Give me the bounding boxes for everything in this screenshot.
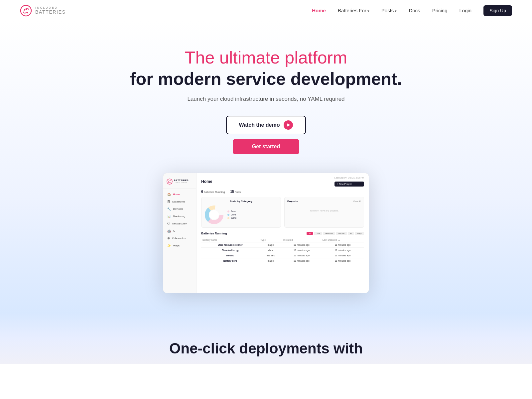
mini-main-content: Home Last Deploy: Oct 21, 5:35PM + New P…: [197, 173, 369, 293]
mini-nav-magic[interactable]: ✨Magic: [163, 242, 196, 249]
logo[interactable]: INCLUDED BATTERIES: [20, 5, 66, 17]
mini-logo-text: BATTERIESINCLUDED: [174, 179, 189, 184]
hero-section: The ultimate platform for modern service…: [0, 21, 532, 313]
row-installed: 11 minutes ago: [282, 258, 321, 263]
play-icon: [284, 120, 293, 130]
svg-point-1: [167, 179, 172, 184]
nav-item-home[interactable]: Home: [312, 8, 326, 14]
mini-th-updated: Last Updated ▲: [321, 238, 364, 242]
nav-item-batteries[interactable]: Batteries For: [338, 8, 369, 14]
mini-th-installed: Installed: [282, 238, 321, 242]
nav-item-login[interactable]: Login: [459, 8, 471, 14]
mini-last-deploy: Last Deploy: Oct 21, 5:35PM: [334, 177, 364, 179]
mini-projects-header: Projects View All: [287, 200, 361, 203]
mini-th-name: Battery name: [201, 238, 259, 242]
logo-icon: [20, 5, 32, 17]
mini-filter-ai[interactable]: AI: [348, 232, 354, 235]
row-installed: 11 minutes ago: [282, 253, 321, 258]
mini-logo-icon: [167, 179, 173, 185]
mini-batteries-title: Batteries Running: [201, 232, 227, 235]
row-installed: 11 minutes ago: [282, 247, 321, 253]
app-screenshot: BATTERIESINCLUDED 🏠Home 🗄Datastores 🔧Dev…: [163, 173, 369, 293]
mini-batteries-header: Batteries Running All Data Devtools Net/…: [201, 232, 364, 235]
row-name: Cloudnative pg: [201, 247, 259, 253]
row-type: magic: [259, 258, 282, 263]
mini-new-project-btn[interactable]: + New Project: [334, 182, 364, 187]
mini-chart-title: Pods by Category: [204, 200, 278, 203]
hero-subtitle: Launch your cloud infrastructure in seco…: [7, 96, 525, 102]
row-updated: 11 minutes ago: [321, 247, 364, 253]
svg-point-0: [21, 5, 31, 16]
mini-nav-kubernetes[interactable]: ☸Kubernetes: [163, 235, 196, 242]
mini-filter-devtools[interactable]: Devtools: [323, 232, 335, 235]
mini-filter-data[interactable]: Data: [314, 232, 322, 235]
nav-item-posts[interactable]: Posts: [381, 8, 397, 14]
row-updated: 11 minutes ago: [321, 253, 364, 258]
nav-links: Home Batteries For Posts Docs Pricing Lo…: [312, 8, 512, 14]
mini-content-grid: Pods by Category: [201, 197, 364, 228]
mini-projects-box: Projects View All You don't have any pro…: [284, 197, 364, 228]
mini-nav-datastores[interactable]: 🗄Datastores: [163, 198, 196, 205]
mini-main-header: Home Last Deploy: Oct 21, 5:35PM + New P…: [201, 177, 364, 187]
mini-stats: 6 Batteries Running 15 Pods: [201, 190, 364, 194]
watch-demo-button[interactable]: Watch the demo: [226, 116, 306, 134]
navbar: INCLUDED BATTERIES Home Batteries For Po…: [0, 0, 532, 21]
mini-logo: BATTERIESINCLUDED: [163, 177, 196, 189]
mini-th-type: Type: [259, 238, 282, 242]
nav-link-posts[interactable]: Posts: [381, 8, 397, 13]
mini-projects-title: Projects: [287, 200, 298, 203]
row-updated: 11 minutes ago: [321, 242, 364, 247]
mini-filter-magic[interactable]: Magic: [355, 232, 364, 235]
nav-link-login[interactable]: Login: [459, 8, 471, 13]
bottom-title: One-click deployments with: [7, 340, 525, 357]
mini-stat-batteries: 6 Batteries Running: [201, 190, 225, 194]
mini-nav-devtools[interactable]: 🔧Devtools: [163, 205, 196, 213]
hero-title-pink: The ultimate platform: [7, 48, 525, 68]
nav-link-batteries[interactable]: Batteries For: [338, 8, 369, 13]
get-started-button[interactable]: Get started: [233, 139, 299, 154]
logo-text-block: INCLUDED BATTERIES: [35, 6, 66, 15]
row-updated: 11 minutes ago: [321, 258, 364, 263]
row-name: Stale resource cleaner: [201, 242, 259, 247]
hero-title-black: for modern service development.: [7, 69, 525, 89]
mini-nav-monitoring[interactable]: 📊Monitoring: [163, 213, 196, 220]
row-type: magic: [259, 242, 282, 247]
mini-nav-net[interactable]: 🛡Net/Security: [163, 220, 196, 227]
nav-link-home[interactable]: Home: [312, 8, 326, 13]
mini-app-ui: BATTERIESINCLUDED 🏠Home 🗄Datastores 🔧Dev…: [163, 173, 369, 293]
screenshot-wrapper: BATTERIESINCLUDED 🏠Home 🗄Datastores 🔧Dev…: [7, 173, 525, 300]
nav-item-docs[interactable]: Docs: [409, 8, 420, 14]
nav-item-signup[interactable]: Sign Up: [483, 8, 512, 14]
mini-view-all[interactable]: View All: [353, 200, 361, 202]
mini-chart-inner: Base Core fabric: [204, 205, 278, 225]
mini-filter-tabs: All Data Devtools Net/Sec AI Magic: [307, 232, 364, 235]
mini-donut-chart: [204, 205, 224, 225]
nav-item-pricing[interactable]: Pricing: [432, 8, 448, 14]
mini-legend-fabric: fabric: [227, 217, 236, 219]
nav-link-signup[interactable]: Sign Up: [483, 5, 512, 16]
mini-filter-all[interactable]: All: [307, 232, 313, 235]
row-type: data: [259, 247, 282, 253]
mini-nav-ai[interactable]: 🤖AI: [163, 227, 196, 235]
row-name: Battery core: [201, 258, 259, 263]
mini-nav-home[interactable]: 🏠Home: [163, 191, 196, 198]
mini-batteries-table: Battery name Type Installed Last Updated…: [201, 238, 364, 263]
nav-link-docs[interactable]: Docs: [409, 8, 420, 13]
watch-demo-label: Watch the demo: [239, 122, 280, 128]
table-row: Battery core magic 11 minutes ago 11 min…: [201, 258, 364, 263]
bottom-section: One-click deployments with: [0, 313, 532, 364]
hero-buttons: Watch the demo Get started: [7, 116, 525, 154]
row-installed: 11 minutes ago: [282, 242, 321, 247]
svg-point-6: [209, 210, 219, 219]
mini-filter-netsec[interactable]: Net/Sec: [336, 232, 347, 235]
table-row: Cloudnative pg data 11 minutes ago 11 mi…: [201, 247, 364, 253]
mini-page-title: Home: [201, 179, 212, 184]
mini-sidebar: BATTERIESINCLUDED 🏠Home 🗄Datastores 🔧Dev…: [163, 173, 197, 293]
mini-stat-pods: 15 Pods: [230, 190, 241, 194]
table-row: Stale resource cleaner magic 11 minutes …: [201, 242, 364, 247]
nav-link-pricing[interactable]: Pricing: [432, 8, 448, 13]
row-name: Metalib: [201, 253, 259, 258]
mini-chart-box: Pods by Category: [201, 197, 281, 228]
mini-legend-base: Base: [227, 210, 236, 212]
mini-legend: Base Core fabric: [227, 210, 236, 219]
